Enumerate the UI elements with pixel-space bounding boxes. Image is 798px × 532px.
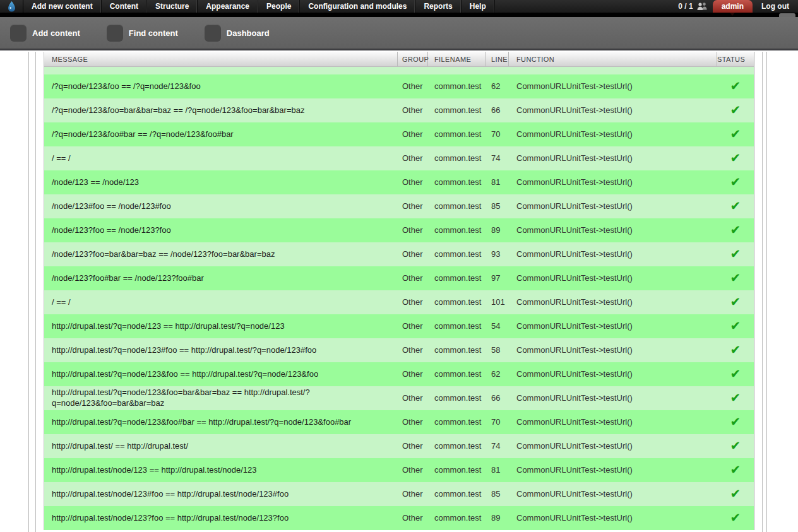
cell-line: 70 — [486, 417, 509, 428]
cell-function: CommonURLUnitTest->testUrl() — [509, 393, 717, 404]
cell-line: 93 — [486, 249, 509, 260]
column-header-status: STATUS — [717, 52, 754, 66]
status-pass-check-icon: ✔ — [730, 175, 741, 188]
status-pass-check-icon: ✔ — [730, 151, 741, 164]
cell-line: 62 — [486, 81, 509, 92]
status-pass-check-icon: ✔ — [730, 343, 741, 356]
table-row: http://drupal.test/?q=node/123&foo=bar&b… — [44, 386, 754, 410]
cell-filename: common.test — [428, 297, 486, 308]
cell-filename: common.test — [428, 321, 486, 332]
logout-link[interactable]: Log out — [753, 0, 798, 13]
cell-function: CommonURLUnitTest->testUrl() — [509, 129, 717, 140]
shortcut-label: Add content — [32, 28, 80, 38]
cell-status: ✔ — [717, 247, 754, 261]
table-top-strip — [44, 67, 754, 74]
cell-line: 85 — [486, 201, 509, 212]
cell-function: CommonURLUnitTest->testUrl() — [509, 249, 717, 260]
cell-filename: common.test — [428, 369, 486, 380]
cell-status: ✔ — [717, 223, 754, 237]
cell-line: 89 — [486, 225, 509, 236]
cell-filename: common.test — [428, 201, 486, 212]
cell-group: Other — [398, 129, 428, 140]
admin-toolbar: Add new contentContentStructureAppearanc… — [0, 0, 798, 13]
table-row: /node/123?foo == /node/123?fooOthercommo… — [44, 218, 754, 242]
cell-filename: common.test — [428, 249, 486, 260]
status-pass-check-icon: ✔ — [730, 199, 741, 212]
cell-line: 70 — [486, 129, 509, 140]
cell-function: CommonURLUnitTest->testUrl() — [509, 297, 717, 308]
toolbar-menu-item-configuration-and-modules[interactable]: Configuration and modules — [300, 0, 415, 13]
cell-function: CommonURLUnitTest->testUrl() — [509, 513, 717, 524]
cell-status: ✔ — [717, 295, 754, 309]
table-row: http://drupal.test/?q=node/123#foo == ht… — [44, 338, 754, 362]
cell-line: 89 — [486, 513, 509, 524]
shortcut-dashboard[interactable]: Dashboard — [205, 25, 286, 42]
cell-filename: common.test — [428, 489, 486, 500]
cell-line: 101 — [486, 297, 509, 308]
cell-status: ✔ — [717, 391, 754, 405]
table-row: http://drupal.test/ == http://drupal.tes… — [44, 434, 754, 458]
toolbar-menu-item-add-new-content[interactable]: Add new content — [23, 0, 102, 13]
shortcut-bar: Add contentFind contentDashboard — [0, 17, 798, 49]
table-row: / == /Othercommon.test74CommonURLUnitTes… — [44, 146, 754, 170]
table-row: http://drupal.test/node/123#foo == http:… — [44, 482, 754, 506]
cell-filename: common.test — [428, 513, 486, 524]
shortcut-add-content[interactable]: Add content — [10, 25, 97, 42]
shortcut-find-content[interactable]: Find content — [107, 25, 194, 42]
toolbar-menu-item-reports[interactable]: Reports — [415, 0, 461, 13]
cell-line: 81 — [486, 177, 509, 188]
cell-group: Other — [398, 81, 428, 92]
cell-status: ✔ — [717, 127, 754, 141]
cell-function: CommonURLUnitTest->testUrl() — [509, 177, 717, 188]
users-icon[interactable] — [696, 0, 713, 13]
status-pass-check-icon: ✔ — [730, 295, 741, 308]
shortcut-icon — [107, 25, 123, 42]
cell-function: CommonURLUnitTest->testUrl() — [509, 105, 717, 116]
status-pass-check-icon: ✔ — [730, 223, 741, 236]
cell-status: ✔ — [717, 151, 754, 165]
cell-status: ✔ — [717, 463, 754, 477]
table-row: http://drupal.test/?q=node/123&foo == ht… — [44, 362, 754, 386]
toolbar-menu-item-content[interactable]: Content — [102, 0, 147, 13]
table-row: http://drupal.test/?q=node/123 == http:/… — [44, 314, 754, 338]
cell-line: 74 — [486, 153, 509, 164]
cell-group: Other — [398, 249, 428, 260]
table-body: /?q=node/123&foo == /?q=node/123&fooOthe… — [44, 74, 754, 530]
column-header-message: MESSAGE — [44, 52, 398, 66]
cell-line: 74 — [486, 441, 509, 452]
user-menu-admin[interactable]: admin — [713, 0, 753, 13]
toolbar-menu-item-people[interactable]: People — [258, 0, 300, 13]
cell-group: Other — [398, 201, 428, 212]
cell-status: ✔ — [717, 175, 754, 189]
cell-function: CommonURLUnitTest->testUrl() — [509, 225, 717, 236]
toolbar-menu-item-structure[interactable]: Structure — [147, 0, 198, 13]
status-pass-check-icon: ✔ — [730, 511, 741, 524]
toolbar-menu-item-help[interactable]: Help — [462, 0, 495, 13]
toolbar-shadow — [0, 49, 798, 50]
cell-group: Other — [398, 225, 428, 236]
cell-message: /node/123 == /node/123 — [44, 177, 398, 188]
cell-message: http://drupal.test/?q=node/123&foo#bar =… — [44, 417, 398, 428]
drupal-logo-icon[interactable] — [0, 0, 23, 13]
toolbar-right: 0 / 1 admin Log out — [678, 0, 798, 13]
column-header-line: LINE — [486, 52, 509, 66]
cell-filename: common.test — [428, 345, 486, 356]
cell-status: ✔ — [717, 103, 754, 117]
cell-filename: common.test — [428, 129, 486, 140]
cell-line: 85 — [486, 489, 509, 500]
cell-status: ✔ — [717, 343, 754, 357]
toolbar-drawer-strip — [0, 13, 798, 17]
cell-filename: common.test — [428, 441, 486, 452]
cell-message: / == / — [44, 297, 398, 308]
shortcut-bar-toggle[interactable] — [779, 13, 795, 17]
status-pass-check-icon: ✔ — [730, 80, 741, 92]
cell-message: /node/123?foo#bar == /node/123?foo#bar — [44, 273, 398, 284]
cell-message: http://drupal.test/node/123 == http://dr… — [44, 465, 398, 476]
toolbar-menu-item-appearance[interactable]: Appearance — [198, 0, 258, 13]
column-header-function: FUNCTION — [509, 52, 717, 66]
cell-message: /node/123?foo == /node/123?foo — [44, 225, 398, 236]
cell-group: Other — [398, 105, 428, 116]
cell-group: Other — [398, 441, 428, 452]
cell-group: Other — [398, 297, 428, 308]
cell-message: /?q=node/123&foo#bar == /?q=node/123&foo… — [44, 129, 398, 140]
